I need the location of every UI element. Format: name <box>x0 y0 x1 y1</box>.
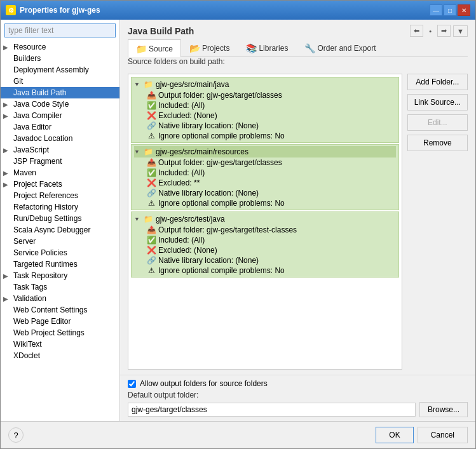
sidebar-item-web-project-settings[interactable]: Web Project Settings <box>1 327 119 338</box>
included-icon: ✅ <box>147 168 156 177</box>
ignore-icon: ⚠ <box>147 199 156 208</box>
sidebar-item-web-content-settings[interactable]: Web Content Settings <box>1 304 119 316</box>
included-icon: ✅ <box>147 101 156 110</box>
sidebar-item-java-editor[interactable]: Java Editor <box>1 121 119 133</box>
sidebar-item-label: Project Facets <box>13 180 62 189</box>
expand-icon: ▶ <box>3 272 11 279</box>
folder-expand-icon: ▼ <box>134 216 140 222</box>
sidebar-item-label: Deployment Assembly <box>13 65 89 74</box>
folder-children: 📤Output folder: gjw-ges/target/test-clas… <box>134 225 396 276</box>
expand-icon: ▶ <box>3 295 11 302</box>
sidebar-item-server[interactable]: Server <box>1 236 119 247</box>
sidebar-item-targeted-runtimes[interactable]: Targeted Runtimes <box>1 258 119 270</box>
ok-button[interactable]: OK <box>376 427 413 443</box>
help-button[interactable]: ? <box>8 427 24 443</box>
folder-icon: 📁 <box>143 214 153 224</box>
link-source-button[interactable]: Link Source... <box>407 94 468 111</box>
sidebar-item-project-facets[interactable]: ▶Project Facets <box>1 178 119 190</box>
sidebar-item-scala-async-debugger[interactable]: Scala Async Debugger <box>1 224 119 236</box>
sidebar-item-label: Resource <box>13 43 46 51</box>
sidebar-item-java-build-path[interactable]: Java Build Path <box>1 87 119 98</box>
output-folder-input[interactable] <box>128 403 416 417</box>
footer: ? OK Cancel <box>1 421 475 448</box>
sidebar-item-git[interactable]: Git <box>1 76 119 87</box>
sidebar-item-rundebug-settings[interactable]: Run/Debug Settings <box>1 213 119 224</box>
source-tree-container[interactable]: ▼📁gjw-ges/src/main/java📤Output folder: g… <box>128 74 402 370</box>
properties-window: ⚙ Properties for gjw-ges — □ ✕ ▶Resource… <box>0 0 476 449</box>
browse-button[interactable]: Browse... <box>419 402 468 417</box>
folder-icon: 📁 <box>143 147 153 157</box>
excluded-icon: ❌ <box>147 111 156 120</box>
sidebar-item-javadoc-location[interactable]: Javadoc Location <box>1 133 119 144</box>
source-folder-header[interactable]: ▼📁gjw-ges/src/main/java <box>134 79 396 90</box>
panel-title: Java Build Path <box>128 26 194 36</box>
minimize-button[interactable]: — <box>430 4 442 16</box>
output-icon: 📤 <box>147 225 156 234</box>
sidebar-item-deployment-assembly[interactable]: Deployment Assembly <box>1 64 119 76</box>
close-button[interactable]: ✕ <box>458 4 470 16</box>
tab-icon-projects: 📂 <box>189 43 200 53</box>
sidebar-item-maven[interactable]: ▶Maven <box>1 167 119 178</box>
sidebar-item-resource[interactable]: ▶Resource <box>1 41 119 53</box>
sidebar-item-task-tags[interactable]: Task Tags <box>1 281 119 293</box>
sidebar-item-project-references[interactable]: Project References <box>1 190 119 201</box>
sidebar-item-refactoring-history[interactable]: Refactoring History <box>1 201 119 213</box>
child-label: Native library location: (None) <box>158 256 259 265</box>
sidebar-item-label: Validation <box>13 294 46 303</box>
allow-output-checkbox[interactable] <box>128 380 136 388</box>
remove-button[interactable]: Remove <box>407 135 468 151</box>
edit-button[interactable]: Edit... <box>407 114 468 131</box>
checkbox-row: Allow output folders for source folders <box>128 379 468 388</box>
tab-projects[interactable]: 📂Projects <box>181 39 238 57</box>
folder-child-output: 📤Output folder: gjw-ges/target/test-clas… <box>147 225 396 235</box>
sidebar-item-label: Builders <box>13 54 41 63</box>
header-nav: ⬅ • ➡ ▼ <box>410 25 468 37</box>
sidebar-item-validation[interactable]: ▶Validation <box>1 293 119 304</box>
sidebar-item-label: Server <box>13 237 36 246</box>
native-icon: 🔗 <box>147 121 156 130</box>
tab-source[interactable]: 📁Source <box>128 39 181 57</box>
folder-child-included: ✅Included: (All) <box>147 100 396 111</box>
footer-buttons: OK Cancel <box>376 427 468 443</box>
sidebar-item-label: Java Compiler <box>13 111 62 120</box>
sidebar-item-label: Java Editor <box>13 123 51 131</box>
sidebar-item-label: Service Policies <box>13 248 67 257</box>
sidebar-item-label: Scala Async Debugger <box>13 225 90 234</box>
folder-path: gjw-ges/src/main/java <box>156 80 229 89</box>
folder-children: 📤Output folder: gjw-ges/target/classes✅I… <box>134 157 396 208</box>
main-panel: Java Build Path ⬅ • ➡ ▼ 📁Source📂Projects… <box>120 20 475 421</box>
nav-dropdown-button[interactable]: ▼ <box>453 25 468 37</box>
maximize-button[interactable]: □ <box>444 4 456 16</box>
sidebar-item-service-policies[interactable]: Service Policies <box>1 247 119 258</box>
sidebar-item-wikitext[interactable]: WikiText <box>1 338 119 350</box>
side-buttons: Add Folder... Link Source... Edit... Rem… <box>407 74 468 370</box>
filter-input[interactable] <box>4 23 116 37</box>
sidebar-item-label: Project References <box>13 191 78 200</box>
source-folder-header[interactable]: ▼📁gjw-ges/src/main/resources <box>134 146 396 157</box>
expand-icon: ▶ <box>3 101 11 108</box>
add-folder-button[interactable]: Add Folder... <box>407 74 468 90</box>
tab-icon-libraries: 📚 <box>246 43 256 53</box>
nav-back-button[interactable]: ⬅ <box>410 25 423 37</box>
sidebar-item-javascript[interactable]: ▶JavaScript <box>1 144 119 156</box>
expand-icon: ▶ <box>3 170 11 177</box>
source-label: Source folders on build path: <box>120 57 475 69</box>
sidebar-item-jsp-fragment[interactable]: JSP Fragment <box>1 156 119 167</box>
tab-order-and-export[interactable]: 🔧Order and Export <box>296 39 384 57</box>
expand-icon: ▶ <box>3 181 11 188</box>
cancel-button[interactable]: Cancel <box>418 427 468 443</box>
source-folder-1: ▼📁gjw-ges/src/main/resources📤Output fold… <box>131 144 399 210</box>
sidebar-item-label: Task Repository <box>13 271 67 280</box>
nav-forward-button[interactable]: ➡ <box>437 25 451 37</box>
sidebar-item-xdoclet[interactable]: XDoclet <box>1 350 119 361</box>
sidebar-item-builders[interactable]: Builders <box>1 53 119 64</box>
sidebar-item-java-code-style[interactable]: ▶Java Code Style <box>1 98 119 110</box>
tab-libraries[interactable]: 📚Libraries <box>238 39 296 57</box>
source-folder-header[interactable]: ▼📁gjw-ges/src/test/java <box>134 213 396 225</box>
sidebar-item-task-repository[interactable]: ▶Task Repository <box>1 270 119 281</box>
sidebar-item-web-page-editor[interactable]: Web Page Editor <box>1 316 119 327</box>
sidebar-item-java-compiler[interactable]: ▶Java Compiler <box>1 110 119 121</box>
sidebar-item-label: Maven <box>13 168 36 177</box>
source-tree: ▼📁gjw-ges/src/main/java📤Output folder: g… <box>128 74 402 281</box>
folder-path: gjw-ges/src/main/resources <box>156 147 248 156</box>
